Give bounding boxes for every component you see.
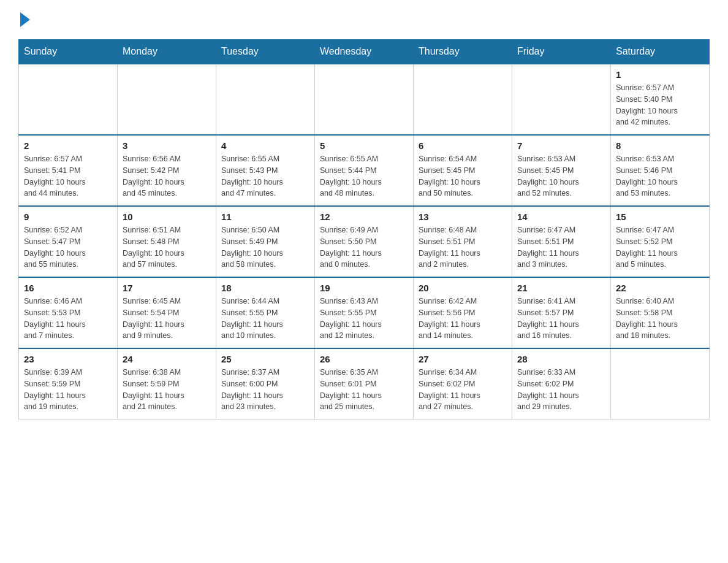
day-info: Sunrise: 6:33 AM Sunset: 6:02 PM Dayligh…	[517, 367, 605, 413]
calendar-cell: 21Sunrise: 6:41 AM Sunset: 5:57 PM Dayli…	[512, 277, 611, 348]
day-info: Sunrise: 6:44 AM Sunset: 5:55 PM Dayligh…	[221, 296, 309, 342]
calendar-cell	[611, 348, 710, 419]
day-info: Sunrise: 6:53 AM Sunset: 5:45 PM Dayligh…	[517, 153, 605, 199]
day-info: Sunrise: 6:45 AM Sunset: 5:54 PM Dayligh…	[123, 296, 211, 342]
day-info: Sunrise: 6:52 AM Sunset: 5:47 PM Dayligh…	[24, 224, 112, 270]
day-info: Sunrise: 6:49 AM Sunset: 5:50 PM Dayligh…	[320, 224, 408, 270]
day-info: Sunrise: 6:53 AM Sunset: 5:46 PM Dayligh…	[616, 153, 704, 199]
calendar-cell	[512, 64, 611, 135]
calendar-cell: 13Sunrise: 6:48 AM Sunset: 5:51 PM Dayli…	[414, 206, 512, 277]
day-info: Sunrise: 6:56 AM Sunset: 5:42 PM Dayligh…	[123, 153, 211, 199]
calendar-cell: 25Sunrise: 6:37 AM Sunset: 6:00 PM Dayli…	[216, 348, 315, 419]
calendar-cell: 23Sunrise: 6:39 AM Sunset: 5:59 PM Dayli…	[19, 348, 118, 419]
calendar-cell: 28Sunrise: 6:33 AM Sunset: 6:02 PM Dayli…	[512, 348, 611, 419]
calendar-cell: 9Sunrise: 6:52 AM Sunset: 5:47 PM Daylig…	[19, 206, 118, 277]
weekday-header-friday: Friday	[512, 40, 611, 64]
calendar-week-4: 16Sunrise: 6:46 AM Sunset: 5:53 PM Dayli…	[19, 277, 710, 348]
day-number: 14	[517, 212, 605, 222]
weekday-header-thursday: Thursday	[414, 40, 512, 64]
day-info: Sunrise: 6:35 AM Sunset: 6:01 PM Dayligh…	[320, 367, 408, 413]
calendar-cell: 2Sunrise: 6:57 AM Sunset: 5:41 PM Daylig…	[19, 135, 118, 206]
calendar-cell: 20Sunrise: 6:42 AM Sunset: 5:56 PM Dayli…	[414, 277, 512, 348]
day-number: 6	[419, 140, 507, 151]
day-number: 22	[616, 283, 704, 293]
calendar-cell: 1Sunrise: 6:57 AM Sunset: 5:40 PM Daylig…	[611, 64, 710, 135]
day-info: Sunrise: 6:55 AM Sunset: 5:43 PM Dayligh…	[221, 153, 309, 199]
day-number: 16	[24, 283, 112, 293]
day-info: Sunrise: 6:34 AM Sunset: 6:02 PM Dayligh…	[419, 367, 507, 413]
page-header	[18, 12, 710, 27]
day-number: 27	[419, 354, 507, 364]
calendar-cell	[118, 64, 216, 135]
day-number: 5	[320, 140, 408, 151]
day-number: 9	[24, 212, 112, 222]
calendar-cell: 6Sunrise: 6:54 AM Sunset: 5:45 PM Daylig…	[414, 135, 512, 206]
calendar-table: SundayMondayTuesdayWednesdayThursdayFrid…	[18, 39, 710, 419]
day-number: 15	[616, 212, 704, 222]
calendar-week-5: 23Sunrise: 6:39 AM Sunset: 5:59 PM Dayli…	[19, 348, 710, 419]
logo	[18, 12, 30, 27]
weekday-header-monday: Monday	[118, 40, 216, 64]
day-info: Sunrise: 6:40 AM Sunset: 5:58 PM Dayligh…	[616, 296, 704, 342]
logo-arrow-icon	[20, 12, 30, 27]
day-info: Sunrise: 6:57 AM Sunset: 5:40 PM Dayligh…	[616, 82, 704, 128]
calendar-cell: 15Sunrise: 6:47 AM Sunset: 5:52 PM Dayli…	[611, 206, 710, 277]
day-number: 20	[419, 283, 507, 293]
calendar-cell: 8Sunrise: 6:53 AM Sunset: 5:46 PM Daylig…	[611, 135, 710, 206]
calendar-cell: 11Sunrise: 6:50 AM Sunset: 5:49 PM Dayli…	[216, 206, 315, 277]
day-number: 7	[517, 140, 605, 151]
weekday-header-wednesday: Wednesday	[315, 40, 414, 64]
calendar-cell: 7Sunrise: 6:53 AM Sunset: 5:45 PM Daylig…	[512, 135, 611, 206]
calendar-week-1: 1Sunrise: 6:57 AM Sunset: 5:40 PM Daylig…	[19, 64, 710, 135]
calendar-cell: 22Sunrise: 6:40 AM Sunset: 5:58 PM Dayli…	[611, 277, 710, 348]
day-number: 12	[320, 212, 408, 222]
calendar-cell	[19, 64, 118, 135]
calendar-cell: 19Sunrise: 6:43 AM Sunset: 5:55 PM Dayli…	[315, 277, 414, 348]
day-info: Sunrise: 6:55 AM Sunset: 5:44 PM Dayligh…	[320, 153, 408, 199]
day-number: 21	[517, 283, 605, 293]
day-info: Sunrise: 6:54 AM Sunset: 5:45 PM Dayligh…	[419, 153, 507, 199]
day-number: 11	[221, 212, 309, 222]
calendar-cell: 17Sunrise: 6:45 AM Sunset: 5:54 PM Dayli…	[118, 277, 216, 348]
day-info: Sunrise: 6:38 AM Sunset: 5:59 PM Dayligh…	[123, 367, 211, 413]
day-number: 2	[24, 140, 112, 151]
weekday-header-tuesday: Tuesday	[216, 40, 315, 64]
day-number: 23	[24, 354, 112, 364]
day-number: 26	[320, 354, 408, 364]
calendar-cell: 26Sunrise: 6:35 AM Sunset: 6:01 PM Dayli…	[315, 348, 414, 419]
calendar-week-3: 9Sunrise: 6:52 AM Sunset: 5:47 PM Daylig…	[19, 206, 710, 277]
day-info: Sunrise: 6:43 AM Sunset: 5:55 PM Dayligh…	[320, 296, 408, 342]
calendar-cell: 10Sunrise: 6:51 AM Sunset: 5:48 PM Dayli…	[118, 206, 216, 277]
calendar-cell: 24Sunrise: 6:38 AM Sunset: 5:59 PM Dayli…	[118, 348, 216, 419]
calendar-cell: 16Sunrise: 6:46 AM Sunset: 5:53 PM Dayli…	[19, 277, 118, 348]
day-number: 18	[221, 283, 309, 293]
calendar-cell	[315, 64, 414, 135]
calendar-cell: 18Sunrise: 6:44 AM Sunset: 5:55 PM Dayli…	[216, 277, 315, 348]
day-info: Sunrise: 6:50 AM Sunset: 5:49 PM Dayligh…	[221, 224, 309, 270]
day-number: 1	[616, 69, 704, 80]
day-number: 19	[320, 283, 408, 293]
day-info: Sunrise: 6:42 AM Sunset: 5:56 PM Dayligh…	[419, 296, 507, 342]
day-number: 25	[221, 354, 309, 364]
day-number: 13	[419, 212, 507, 222]
calendar-cell	[216, 64, 315, 135]
day-info: Sunrise: 6:37 AM Sunset: 6:00 PM Dayligh…	[221, 367, 309, 413]
day-number: 8	[616, 140, 704, 151]
calendar-cell: 4Sunrise: 6:55 AM Sunset: 5:43 PM Daylig…	[216, 135, 315, 206]
day-info: Sunrise: 6:57 AM Sunset: 5:41 PM Dayligh…	[24, 153, 112, 199]
calendar-week-2: 2Sunrise: 6:57 AM Sunset: 5:41 PM Daylig…	[19, 135, 710, 206]
day-number: 10	[123, 212, 211, 222]
calendar-cell: 12Sunrise: 6:49 AM Sunset: 5:50 PM Dayli…	[315, 206, 414, 277]
day-info: Sunrise: 6:48 AM Sunset: 5:51 PM Dayligh…	[419, 224, 507, 270]
calendar-cell	[414, 64, 512, 135]
day-info: Sunrise: 6:46 AM Sunset: 5:53 PM Dayligh…	[24, 296, 112, 342]
day-info: Sunrise: 6:47 AM Sunset: 5:51 PM Dayligh…	[517, 224, 605, 270]
calendar-cell: 3Sunrise: 6:56 AM Sunset: 5:42 PM Daylig…	[118, 135, 216, 206]
day-number: 17	[123, 283, 211, 293]
day-number: 4	[221, 140, 309, 151]
calendar-cell: 27Sunrise: 6:34 AM Sunset: 6:02 PM Dayli…	[414, 348, 512, 419]
calendar-cell: 14Sunrise: 6:47 AM Sunset: 5:51 PM Dayli…	[512, 206, 611, 277]
day-info: Sunrise: 6:39 AM Sunset: 5:59 PM Dayligh…	[24, 367, 112, 413]
day-number: 28	[517, 354, 605, 364]
day-info: Sunrise: 6:51 AM Sunset: 5:48 PM Dayligh…	[123, 224, 211, 270]
